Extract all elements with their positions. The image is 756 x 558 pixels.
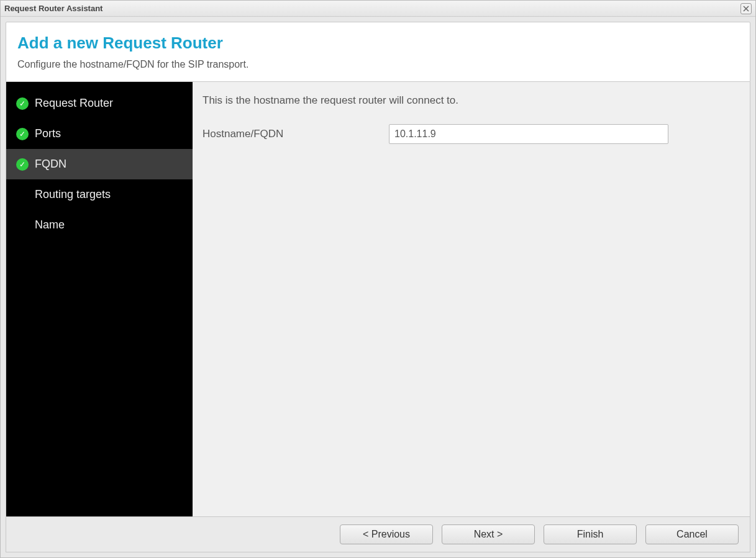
previous-button[interactable]: < Previous bbox=[340, 524, 433, 544]
step-label: Ports bbox=[35, 127, 61, 140]
form-row-hostname: Hostname/FQDN bbox=[203, 124, 740, 144]
step-label: FQDN bbox=[35, 158, 66, 171]
wizard-dialog: Request Router Assistant Add a new Reque… bbox=[0, 0, 756, 558]
close-icon bbox=[743, 6, 749, 12]
step-label: Routing targets bbox=[35, 188, 111, 201]
step-fqdn[interactable]: ✓ FQDN bbox=[6, 149, 193, 179]
step-routing-targets[interactable]: Routing targets bbox=[6, 179, 193, 210]
titlebar: Request Router Assistant bbox=[1, 1, 755, 17]
page-title: Add a new Request Router bbox=[17, 34, 739, 53]
step-label: Name bbox=[35, 218, 65, 232]
page-subtitle: Configure the hostname/FQDN for the SIP … bbox=[17, 59, 739, 70]
check-icon: ✓ bbox=[16, 128, 29, 140]
finish-button[interactable]: Finish bbox=[544, 524, 637, 544]
form-description: This is the hostname the request router … bbox=[203, 94, 740, 107]
cancel-button[interactable]: Cancel bbox=[645, 524, 739, 544]
window-title: Request Router Assistant bbox=[4, 4, 102, 13]
step-label: Request Router bbox=[35, 97, 113, 110]
check-icon: ✓ bbox=[16, 158, 29, 171]
check-icon: ✓ bbox=[16, 97, 29, 110]
step-sidebar: ✓ Request Router ✓ Ports ✓ FQDN Routing … bbox=[6, 82, 193, 516]
step-ports[interactable]: ✓ Ports bbox=[6, 119, 193, 149]
step-request-router[interactable]: ✓ Request Router bbox=[6, 88, 193, 119]
main-panel: This is the hostname the request router … bbox=[193, 82, 750, 516]
next-button[interactable]: Next > bbox=[442, 524, 535, 544]
wizard-body: ✓ Request Router ✓ Ports ✓ FQDN Routing … bbox=[6, 82, 750, 516]
wizard-footer: < Previous Next > Finish Cancel bbox=[6, 516, 750, 552]
step-name[interactable]: Name bbox=[6, 210, 193, 240]
wizard-header: Add a new Request Router Configure the h… bbox=[6, 22, 750, 82]
close-button[interactable] bbox=[740, 3, 752, 14]
hostname-label: Hostname/FQDN bbox=[203, 128, 389, 140]
hostname-input[interactable] bbox=[389, 124, 668, 144]
